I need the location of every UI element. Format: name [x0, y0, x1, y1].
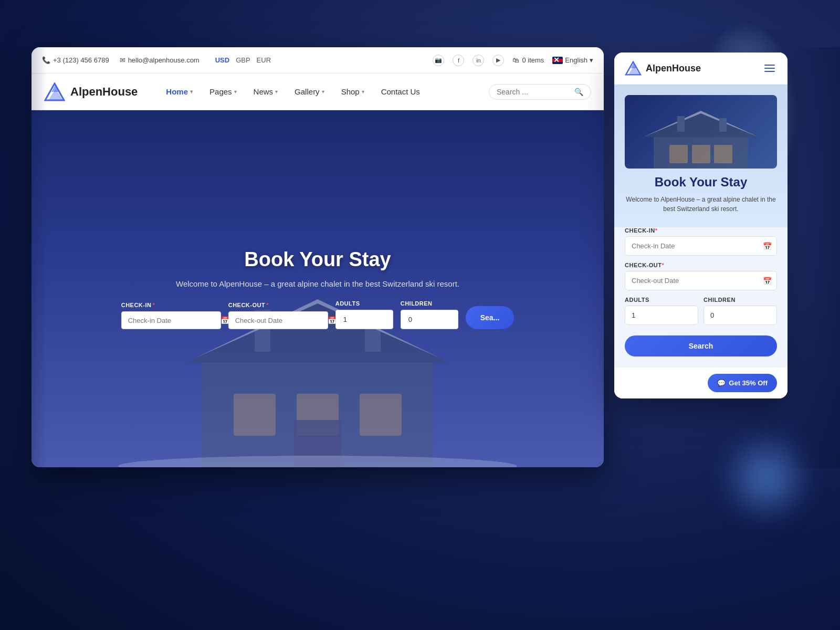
discount-button[interactable]: 💬 Get 35% Off — [708, 374, 777, 392]
logo-text: AlpenHouse — [70, 85, 138, 99]
nav-links: Home ▾ Pages ▾ News ▾ Gallery ▾ Shop ▾ C… — [159, 83, 489, 100]
mobile-adults-select[interactable]: 1 2 3 4 — [625, 306, 698, 325]
email-contact[interactable]: ✉ hello@alpenhouse.com — [120, 56, 200, 64]
mobile-search-button[interactable]: Search — [625, 335, 777, 356]
checkin-input-wrap[interactable]: 📅 — [121, 311, 221, 329]
logo[interactable]: AlpenHouse — [44, 82, 138, 101]
language-selector[interactable]: English ▾ — [552, 56, 593, 64]
blue-glow-decoration — [719, 430, 814, 525]
adults-group: ADULTS 1 2 3 4 5 — [335, 300, 393, 329]
svg-point-12 — [118, 456, 517, 467]
mobile-checkout-wrap: 📅 — [625, 271, 777, 290]
nav-search-icon[interactable]: 🔍 — [574, 88, 583, 96]
discount-label: Get 35% Off — [729, 379, 768, 387]
chat-icon: 💬 — [717, 379, 726, 387]
nav-item-news[interactable]: News ▾ — [246, 83, 286, 100]
mobile-guests-row: ADULTS 1 2 3 4 CHILDREN 0 1 2 3 — [625, 297, 777, 331]
nav-item-contact[interactable]: Contact Us — [374, 83, 427, 100]
currency-eur[interactable]: EUR — [257, 56, 271, 64]
currency-gbp[interactable]: GBP — [236, 56, 250, 64]
checkin-label: CHECK-IN* — [121, 302, 221, 308]
phone-icon: 📞 — [42, 56, 50, 64]
flag-icon — [552, 57, 563, 64]
social-youtube[interactable]: ▶ — [492, 55, 504, 66]
children-select[interactable]: 0 1 2 3 4 — [401, 310, 458, 329]
cart-count: 0 items — [522, 56, 544, 64]
svg-rect-23 — [719, 118, 727, 132]
mobile-adults-group: ADULTS 1 2 3 4 — [625, 297, 698, 325]
mobile-children-label: CHILDREN — [704, 297, 777, 303]
checkin-input[interactable] — [128, 317, 216, 324]
nav-search: 🔍 — [489, 84, 591, 100]
mobile-logo-text: AlpenHouse — [646, 63, 701, 74]
children-group: CHILDREN 0 1 2 3 4 — [401, 300, 458, 329]
mobile-house-svg — [625, 100, 777, 169]
checkin-group: CHECK-IN* 📅 — [121, 302, 221, 329]
mobile-children-group: CHILDREN 0 1 2 3 — [704, 297, 777, 325]
currency-selector: USD GBP EUR — [215, 56, 271, 64]
news-chevron-icon: ▾ — [275, 89, 278, 94]
mobile-hero-subtitle: Welcome to AlpenHouse – a great alpine c… — [625, 195, 777, 214]
mobile-adults-label: ADULTS — [625, 297, 698, 303]
mobile-card-header: AlpenHouse — [614, 52, 788, 85]
cart-button[interactable]: 🛍 0 items — [512, 56, 544, 64]
mobile-checkout-label: CHECK-OUT* — [625, 262, 777, 268]
checkout-group: CHECK-OUT* 📅 — [228, 302, 328, 329]
mobile-hero-title: Book Your Stay — [625, 175, 777, 190]
nav-item-shop[interactable]: Shop ▾ — [334, 83, 372, 100]
language-label: English — [565, 56, 587, 64]
mobile-checkout-input[interactable] — [625, 271, 777, 290]
mobile-logo[interactable]: AlpenHouse — [625, 61, 701, 76]
hamburger-line-2 — [764, 68, 775, 69]
social-facebook[interactable]: f — [453, 55, 464, 66]
mobile-card-footer: 💬 Get 35% Off — [614, 367, 788, 398]
mobile-checkin-calendar-icon: 📅 — [763, 242, 772, 250]
lang-chevron-icon: ▾ — [590, 56, 593, 64]
navigation-bar: AlpenHouse Home ▾ Pages ▾ News ▾ Gallery… — [32, 74, 604, 110]
mobile-checkin-wrap: 📅 — [625, 236, 777, 256]
svg-rect-19 — [692, 145, 710, 163]
cart-icon: 🛍 — [512, 56, 519, 64]
hero-search-button[interactable]: Sea... — [466, 306, 514, 329]
nav-search-input[interactable] — [497, 88, 570, 96]
hamburger-line-1 — [764, 65, 775, 66]
pages-chevron-icon: ▾ — [234, 89, 237, 94]
hero-subtitle: Welcome to AlpenHouse – a great alpine c… — [176, 278, 459, 290]
checkout-input[interactable] — [235, 317, 323, 324]
email-icon: ✉ — [120, 56, 125, 64]
children-label: CHILDREN — [401, 300, 458, 307]
svg-rect-18 — [669, 145, 688, 163]
nav-item-home[interactable]: Home ▾ — [159, 83, 200, 100]
mobile-logo-icon — [625, 61, 642, 76]
mobile-checkout-group: CHECK-OUT* 📅 — [625, 262, 777, 290]
logo-icon — [44, 82, 65, 101]
checkout-label: CHECK-OUT* — [228, 302, 328, 308]
nav-item-gallery[interactable]: Gallery ▾ — [287, 83, 332, 100]
social-camera[interactable]: 📷 — [433, 55, 444, 66]
social-instagram[interactable]: in — [472, 55, 484, 66]
adults-select[interactable]: 1 2 3 4 5 — [335, 310, 393, 329]
booking-form: CHECK-IN* 📅 CHECK-OUT* 📅 ADULTS — [100, 300, 536, 329]
currency-usd[interactable]: USD — [215, 56, 229, 64]
checkout-input-wrap[interactable]: 📅 — [228, 311, 328, 329]
svg-rect-22 — [677, 116, 685, 132]
home-chevron-icon: ▾ — [190, 89, 193, 94]
svg-rect-7 — [360, 394, 402, 436]
svg-marker-17 — [643, 111, 759, 137]
mobile-card: AlpenHouse Book Your Stay Welcome to Alp… — [614, 52, 788, 398]
phone-contact[interactable]: 📞 +3 (123) 456 6789 — [42, 56, 109, 64]
top-bar: 📞 +3 (123) 456 6789 ✉ hello@alpenhouse.c… — [32, 47, 604, 74]
mobile-card-body: Book Your Stay Welcome to AlpenHouse – a… — [614, 85, 788, 227]
email-address: hello@alpenhouse.com — [128, 56, 200, 64]
hamburger-menu[interactable] — [762, 62, 777, 74]
mobile-checkout-calendar-icon: 📅 — [763, 277, 772, 285]
shop-chevron-icon: ▾ — [362, 89, 364, 94]
hamburger-line-3 — [764, 71, 775, 72]
nav-item-pages[interactable]: Pages ▾ — [202, 83, 244, 100]
mobile-checkin-input[interactable] — [625, 236, 777, 256]
mobile-children-select[interactable]: 0 1 2 3 — [704, 306, 777, 325]
svg-rect-5 — [234, 394, 276, 436]
adults-label: ADULTS — [335, 300, 393, 307]
mobile-checkin-group: CHECK-IN* 📅 — [625, 227, 777, 256]
hero-title: Book Your Stay — [176, 248, 459, 271]
